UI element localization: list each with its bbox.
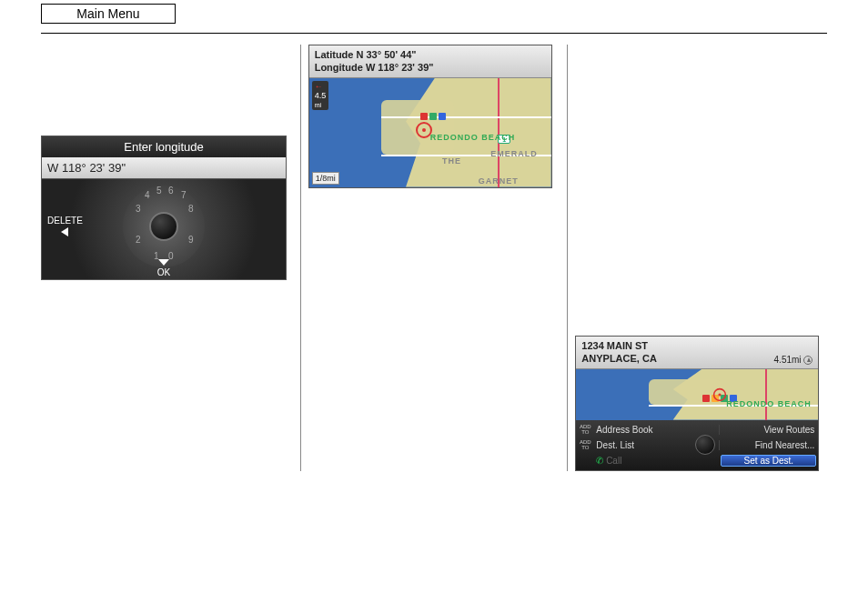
distance-unit: mi [315, 102, 321, 108]
ok-label: OK [157, 267, 170, 277]
coordinate-map-screen: Latitude N 33° 50' 44" Longitude W 118° … [308, 45, 552, 188]
add-to-label: ADD TO [576, 439, 592, 450]
destination-screen: 1234 MAIN ST ANYPLACE, CA 4.51mi [575, 336, 819, 471]
rotary-knob[interactable] [149, 212, 178, 241]
poi-icon [439, 113, 446, 120]
dial-5: 5 [156, 186, 162, 196]
poi-icon [429, 113, 437, 120]
map-view[interactable]: 1 ← 4.5 mi 1/8mi REDONDO BEACH THE EMERA… [309, 78, 551, 187]
enter-longitude-screen: Enter longitude W 118° 23' 39" DELETE 5 … [41, 136, 287, 280]
main-menu-button[interactable]: Main Menu [41, 4, 176, 24]
latitude-text: Latitude N 33° 50' 44" [315, 48, 546, 61]
delete-label: DELETE [47, 216, 83, 226]
poi-icon [420, 113, 428, 120]
place-label: REDONDO BEACH [430, 133, 516, 142]
distance-badge: ← 4.5 mi [312, 81, 329, 110]
map-view-small[interactable]: REDONDO BEACH [576, 369, 818, 420]
triangle-down-icon [158, 259, 169, 266]
place-label: REDONDO BEACH [726, 399, 812, 408]
number-dial[interactable]: 5 6 4 7 3 8 2 9 1 0 [123, 186, 205, 267]
poi-icon [702, 395, 710, 402]
set-as-dest-button[interactable]: Set as Dest. [721, 455, 816, 467]
dest-list-button[interactable]: Dest. List [592, 440, 691, 450]
road-label: GARNET [479, 176, 519, 186]
call-button: ✆ Call [592, 456, 691, 466]
coordinate-display: Latitude N 33° 50' 44" Longitude W 118° … [309, 45, 551, 78]
longitude-text: Longitude W 118° 23' 39" [315, 61, 546, 74]
longitude-value: W 118° 23' 39" [42, 157, 286, 179]
delete-button[interactable]: DELETE [47, 216, 83, 238]
poi-icons [420, 113, 446, 120]
screen-title: Enter longitude [42, 136, 286, 157]
call-label: Call [606, 456, 621, 466]
distance-text: 4.51mi [774, 355, 802, 365]
map-road-h1 [381, 116, 550, 118]
distance-value: 4.5 [315, 91, 327, 100]
phone-icon: ✆ [596, 456, 603, 466]
dial-area: DELETE 5 6 4 7 3 8 2 9 1 0 [42, 179, 286, 279]
road-label: THE [442, 156, 461, 166]
direction-arrow-icon: ← [315, 82, 323, 91]
destination-menu: ADD TO Address Book ADD TO Dest. List ✆ … [576, 420, 818, 470]
address-book-button[interactable]: Address Book [592, 425, 691, 435]
dial-4: 4 [145, 190, 150, 200]
view-routes-button[interactable]: View Routes [719, 425, 818, 435]
dial-6: 6 [168, 186, 174, 196]
add-to-label: ADD TO [576, 424, 592, 435]
map-road [765, 369, 767, 420]
address-line1: 1234 MAIN ST [581, 339, 812, 352]
map-scale-button[interactable]: 1/8mi [312, 172, 339, 185]
dial-2: 2 [136, 235, 141, 245]
compass-icon [803, 356, 812, 365]
distance-display: 4.51mi [774, 354, 813, 366]
dial-8: 8 [188, 204, 194, 214]
dial-9: 9 [188, 235, 194, 245]
address-display: 1234 MAIN ST ANYPLACE, CA 4.51mi [576, 337, 818, 369]
rotary-knob[interactable] [695, 435, 715, 455]
ok-button[interactable]: OK [42, 257, 286, 277]
dial-7: 7 [181, 190, 187, 200]
triangle-left-icon [61, 227, 68, 236]
road-label: EMERALD [490, 149, 538, 158]
dial-3: 3 [136, 204, 141, 214]
find-nearest-button[interactable]: Find Nearest... [719, 440, 818, 450]
